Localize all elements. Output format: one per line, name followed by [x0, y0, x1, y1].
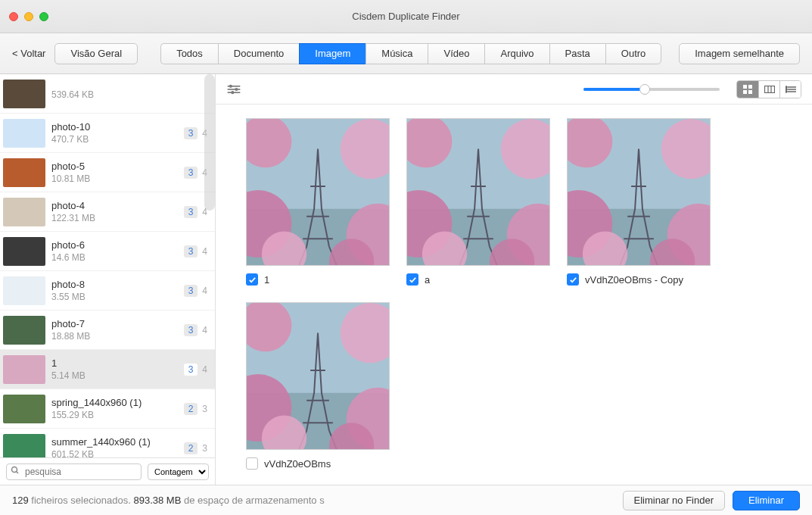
svg-rect-12	[764, 86, 774, 92]
list-item[interactable]: photo-718.88 MB34	[0, 311, 215, 350]
list-item-thumbnail	[3, 119, 45, 148]
tab-documento[interactable]: Documento	[218, 43, 299, 64]
grid-item-checkbox[interactable]	[246, 457, 258, 470]
grid-item-checkbox[interactable]	[567, 273, 579, 286]
search-icon	[11, 466, 20, 477]
grid-item[interactable]: vVdhZ0eOBms - Copy	[567, 118, 711, 286]
grid-item-thumbnail	[406, 118, 550, 266]
window-title: Cisdem Duplicate Finder	[9, 11, 803, 22]
scrollbar[interactable]	[204, 74, 215, 211]
view-columns-button[interactable]	[758, 81, 779, 98]
list-item-thumbnail	[3, 276, 45, 305]
tab-musica[interactable]: Música	[366, 43, 428, 64]
close-window-button[interactable]	[9, 12, 18, 21]
tab-video[interactable]: Vídeo	[428, 43, 484, 64]
sort-select[interactable]: Contagem	[148, 464, 209, 480]
back-button[interactable]: < Voltar	[12, 48, 45, 59]
list-item-size: 5.14 MB	[51, 370, 178, 381]
tab-imagem[interactable]: Imagem	[299, 43, 366, 64]
tab-arquivo[interactable]: Arquivo	[484, 43, 549, 64]
view-mode-toggle	[736, 80, 801, 98]
list-item-thumbnail	[3, 158, 45, 187]
maximize-window-button[interactable]	[39, 12, 48, 21]
delete-in-finder-button[interactable]: Eliminar no Finder	[623, 491, 726, 510]
list-item-total-count: 3	[202, 443, 207, 454]
list-item-name: photo-8	[51, 279, 178, 290]
list-item-selected-count: 3	[184, 245, 198, 258]
list-item-selected-count: 3	[184, 127, 198, 139]
list-item-selected-count: 3	[184, 206, 198, 218]
similar-image-button[interactable]: Imagem semelhante	[679, 43, 800, 64]
svg-rect-11	[748, 90, 752, 94]
status-bar: 129 ficheiros selecionados. 893.38 MB de…	[0, 485, 812, 515]
selected-size: 893.38 MB	[133, 495, 181, 506]
grid-item-checkbox[interactable]	[406, 273, 418, 286]
list-item-total-count: 4	[202, 246, 207, 257]
view-grid-button[interactable]	[737, 81, 758, 98]
list-item-selected-count: 3	[184, 167, 198, 179]
list-item-thumbnail	[3, 395, 45, 423]
grid-item-filename: vVdhZ0eOBms	[264, 458, 331, 470]
list-item[interactable]: photo-510.81 MB34	[0, 153, 215, 192]
list-item[interactable]: 15.14 MB34	[0, 350, 215, 389]
list-item-selected-count: 3	[184, 324, 198, 336]
grid-item-thumbnail	[246, 118, 390, 266]
list-item[interactable]: 539.64 KB	[0, 74, 215, 114]
sidebar-footer: Contagem	[0, 457, 215, 485]
toolbar: < Voltar Visão Geral Todos Documento Ima…	[0, 33, 812, 74]
thumbnail-size-slider-wrap	[250, 88, 727, 91]
svg-point-19	[786, 89, 787, 90]
titlebar: Cisdem Duplicate Finder	[0, 0, 812, 33]
view-list-button[interactable]	[779, 81, 801, 98]
list-item-selected-count: 3	[184, 364, 198, 376]
selected-size-suffix: de espaço de armazenamento s	[181, 495, 324, 506]
slider-thumb[interactable]	[639, 84, 650, 95]
tab-outro[interactable]: Outro	[605, 43, 662, 64]
duplicates-grid: 1avVdhZ0eOBms - CopyvVdhZ0eOBms	[216, 105, 812, 485]
list-item-thumbnail	[3, 355, 45, 384]
content-header	[216, 74, 812, 105]
grid-item-filename: vVdhZ0eOBms - Copy	[585, 274, 683, 286]
sidebar: 539.64 KBphoto-10470.7 KB34photo-510.81 …	[0, 74, 216, 485]
list-item-name: spring_1440x960 (1)	[51, 397, 178, 408]
list-item-thumbnail	[3, 316, 45, 345]
filter-icon[interactable]	[226, 84, 241, 95]
list-item[interactable]: photo-4122.31 MB34	[0, 192, 215, 232]
grid-item-filename: a	[425, 274, 430, 286]
list-item-total-count: 4	[202, 286, 207, 296]
overview-button[interactable]: Visão Geral	[54, 43, 138, 64]
delete-button[interactable]: Eliminar	[733, 491, 800, 510]
tab-todos[interactable]: Todos	[160, 43, 218, 64]
list-item-name: photo-5	[51, 161, 178, 172]
category-tabs: Todos Documento Imagem Música Vídeo Arqu…	[160, 43, 661, 64]
grid-item-thumbnail	[567, 118, 711, 266]
grid-item[interactable]: 1	[246, 118, 390, 286]
search-box	[6, 464, 142, 480]
grid-item[interactable]: vVdhZ0eOBms	[246, 302, 390, 470]
svg-line-1	[17, 472, 19, 474]
list-item[interactable]: spring_1440x960 (1)155.29 KB23	[0, 389, 215, 429]
svg-rect-10	[743, 90, 747, 94]
list-item-total-count: 4	[202, 364, 207, 375]
grid-item[interactable]: a	[406, 118, 550, 286]
search-input[interactable]	[6, 464, 142, 480]
grid-item-thumbnail	[246, 302, 390, 450]
duplicate-group-list[interactable]: 539.64 KBphoto-10470.7 KB34photo-510.81 …	[0, 74, 215, 457]
list-item[interactable]: photo-614.6 MB34	[0, 232, 215, 271]
svg-point-0	[12, 467, 17, 473]
list-item-size: 539.64 KB	[51, 89, 207, 100]
list-item-total-count: 4	[202, 325, 207, 336]
content-panel: 1avVdhZ0eOBms - CopyvVdhZ0eOBms	[216, 74, 812, 485]
selected-count-suffix: ficheiros selecionados.	[29, 495, 134, 506]
tab-pasta[interactable]: Pasta	[549, 43, 605, 64]
list-item[interactable]: summer_1440x960 (1)601.52 KB23	[0, 429, 215, 457]
list-item[interactable]: photo-83.55 MB34	[0, 271, 215, 311]
main-area: 539.64 KBphoto-10470.7 KB34photo-510.81 …	[0, 74, 812, 485]
minimize-window-button[interactable]	[24, 12, 33, 21]
svg-rect-9	[748, 85, 752, 89]
grid-item-checkbox[interactable]	[246, 273, 258, 286]
list-item[interactable]: photo-10470.7 KB34	[0, 114, 215, 153]
list-item-name: photo-4	[51, 200, 178, 211]
thumbnail-size-slider[interactable]	[583, 88, 720, 91]
footer-actions: Eliminar no Finder Eliminar	[623, 491, 800, 510]
